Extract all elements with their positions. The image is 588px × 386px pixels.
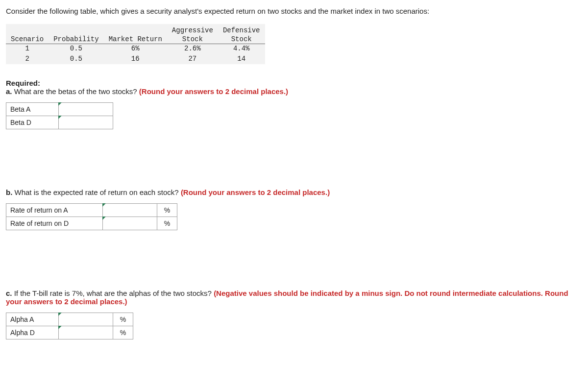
unit-percent: % [113, 326, 133, 339]
alpha-d-input[interactable] [59, 327, 113, 338]
unit-percent: % [157, 217, 177, 230]
cell: 6% [104, 44, 167, 54]
qb-row-label: Rate of return on A [6, 203, 103, 217]
cell: 2 [6, 54, 49, 64]
qb-answer-table: Rate of return on A % Rate of return on … [6, 203, 177, 230]
qa-label: a. [6, 87, 12, 96]
cell: 0.5 [49, 54, 103, 64]
unit-percent: % [157, 203, 177, 217]
question-c: c. If the T-bill rate is 7%, what are th… [6, 289, 582, 306]
caret-icon [102, 203, 106, 207]
qb-label: b. [6, 188, 12, 196]
qb-text: What is the expected rate of return on e… [12, 188, 181, 196]
caret-icon [58, 326, 62, 329]
qc-input-cell[interactable] [59, 313, 113, 326]
table-row: 2 0.5 16 27 14 [6, 54, 265, 64]
qa-row-label: Beta A [6, 102, 59, 116]
ror-d-input[interactable] [103, 217, 157, 229]
col-def-1: Defensive [218, 24, 265, 35]
qa-hint: (Round your answers to 2 decimal places.… [139, 87, 288, 96]
qb-row-label: Rate of return on D [6, 217, 103, 230]
unit-percent: % [113, 313, 133, 326]
cell: 1 [6, 44, 49, 54]
cell: 2.6% [167, 44, 218, 54]
cell: 4.4% [218, 44, 265, 54]
required-label: Required: [6, 79, 582, 87]
qc-label: c. [6, 289, 12, 297]
cell: 0.5 [49, 44, 103, 54]
question-b: b. What is the expected rate of return o… [6, 188, 582, 196]
caret-icon [58, 102, 62, 106]
qa-input-cell[interactable] [59, 116, 113, 129]
cell: 27 [167, 54, 218, 64]
qa-text: What are the betas of the two stocks? [12, 87, 139, 96]
col-aggr-2: Stock [167, 35, 218, 44]
cell: 14 [218, 54, 265, 64]
qc-row-label: Alpha A [6, 313, 59, 326]
qc-input-cell[interactable] [59, 326, 113, 339]
beta-d-input[interactable] [59, 117, 113, 128]
question-a: a. What are the betas of the two stocks?… [6, 87, 582, 96]
caret-icon [58, 116, 62, 119]
col-market-return: Market Return [104, 35, 167, 44]
col-aggr-1: Aggressive [167, 24, 218, 35]
scenario-table: Aggressive Defensive Scenario Probabilit… [6, 24, 265, 64]
caret-icon [102, 217, 106, 220]
caret-icon [58, 313, 62, 316]
ror-a-input[interactable] [103, 204, 157, 216]
col-probability: Probability [49, 35, 103, 44]
cell: 16 [104, 54, 167, 64]
col-def-2: Stock [218, 35, 265, 44]
qa-input-cell[interactable] [59, 102, 113, 116]
qc-answer-table: Alpha A % Alpha D % [6, 313, 133, 339]
qc-text: If the T-bill rate is 7%, what are the a… [12, 289, 214, 297]
qb-input-cell[interactable] [103, 217, 157, 230]
qa-answer-table: Beta A Beta D [6, 102, 113, 129]
intro-text: Consider the following table, which give… [6, 7, 582, 15]
alpha-a-input[interactable] [59, 314, 113, 325]
beta-a-input[interactable] [59, 103, 113, 115]
qb-input-cell[interactable] [103, 203, 157, 217]
qb-hint: (Round your answers to 2 decimal places.… [181, 188, 330, 196]
qa-row-label: Beta D [6, 116, 59, 129]
qc-row-label: Alpha D [6, 326, 59, 339]
col-scenario: Scenario [6, 35, 49, 44]
table-row: 1 0.5 6% 2.6% 4.4% [6, 44, 265, 54]
